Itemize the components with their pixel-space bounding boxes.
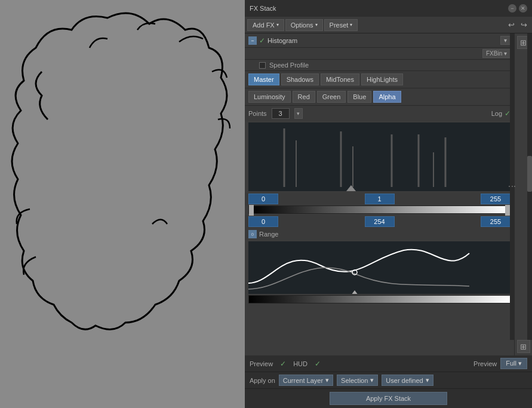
tab-luminosity[interactable]: Luminosity [248, 91, 291, 103]
points-label: Points [248, 110, 267, 117]
current-layer-dropdown[interactable]: Current Layer ▾ [279, 375, 333, 386]
options-button[interactable]: Options ▾ [285, 19, 323, 31]
preview-check-icon: ✓ [280, 360, 286, 368]
fxbin-arrow-icon: ▾ [504, 50, 507, 57]
options-arrow-icon: ▾ [315, 22, 318, 27]
full-arrow-icon: ▾ [518, 360, 522, 367]
output-mid-field[interactable] [365, 216, 395, 227]
preview-right: Preview Full ▾ [473, 358, 527, 369]
preview-row: Preview ✓ HUD ✓ Preview Full ▾ [245, 355, 532, 372]
title-bar: FX Stack − ✕ [245, 0, 532, 17]
toolbar-row: Add FX ▾ Options ▾ Preset ▾ ↩ ↪ [245, 17, 532, 33]
tab-shadows[interactable]: Shadows [281, 73, 319, 85]
canvas-svg [0, 0, 245, 408]
input-gradient-slider[interactable] [248, 205, 511, 214]
bottom-bar: Preview ✓ HUD ✓ Preview Full ▾ Apply on … [245, 355, 532, 408]
fx-panel: FX Stack − ✕ Add FX ▾ Options ▾ Preset ▾… [245, 0, 532, 408]
apply-on-row: Apply on Current Layer ▾ Selection ▾ Use… [245, 372, 532, 389]
close-button[interactable]: ✕ [519, 4, 527, 13]
svg-rect-11 [248, 241, 511, 294]
curve-gradient-bar [248, 295, 511, 303]
add-fx-button[interactable]: Add FX ▾ [247, 19, 284, 31]
preset-button[interactable]: Preset ▾ [324, 19, 358, 31]
canvas-area [0, 0, 245, 408]
log-row: Log ✓ [491, 109, 511, 118]
input-mid-field[interactable] [365, 194, 395, 204]
curve-svg [248, 241, 511, 294]
effect-collapse-button[interactable]: − [248, 36, 257, 45]
add-fx-arrow-icon: ▾ [276, 22, 279, 27]
effect-enabled-icon: ✓ [259, 36, 265, 45]
fxbin-button[interactable]: FXBin ▾ [482, 49, 511, 58]
tab-highlights[interactable]: HighLights [361, 73, 403, 85]
current-layer-arrow-icon: ▾ [325, 376, 329, 384]
hud-label: HUD [293, 360, 307, 367]
output-min-field[interactable] [248, 216, 278, 227]
user-defined-arrow-icon: ▾ [426, 376, 429, 384]
speed-profile-row: Speed Profile [245, 60, 514, 71]
drag-handle-icon: ⋮ [508, 182, 517, 192]
user-defined-dropdown[interactable]: User defined ▾ [382, 375, 433, 386]
input-slider-right-thumb[interactable] [505, 205, 510, 216]
output-max-field[interactable] [481, 216, 511, 227]
effect-options-button[interactable]: ▾ [500, 36, 511, 45]
range-label: Range [259, 231, 278, 238]
curve-area [248, 241, 511, 294]
preview-label: Preview [250, 360, 273, 367]
main-content: − ✓ Histogram ▾ FXBin ▾ Speed Profile [245, 33, 514, 355]
redo-button[interactable]: ↪ [518, 19, 530, 30]
svg-rect-1 [248, 122, 511, 191]
channel-tabs-row1: Master Shadows MidTones HighLights [245, 71, 514, 88]
apply-on-label: Apply on [250, 377, 275, 384]
tab-blue[interactable]: Blue [348, 91, 371, 103]
histogram-svg [248, 122, 511, 191]
histogram-area [248, 122, 511, 191]
input-slider-left-thumb[interactable] [249, 205, 254, 216]
tab-master[interactable]: Master [248, 73, 279, 85]
panel-title: FX Stack [250, 5, 276, 12]
tab-midtones[interactable]: MidTones [321, 73, 359, 85]
drag-handle-area[interactable]: ⋮ [510, 33, 515, 340]
points-input[interactable] [272, 108, 290, 119]
spacer [245, 303, 514, 315]
svg-rect-0 [0, 0, 245, 408]
channel-tabs-row2: Luminosity Red Green Blue Alpha [245, 88, 514, 106]
minimize-button[interactable]: − [508, 4, 516, 13]
apply-fx-row: Apply FX Stack [245, 389, 532, 408]
output-values-row [245, 215, 514, 228]
speed-profile-label: Speed Profile [269, 62, 309, 69]
input-min-field[interactable] [248, 194, 278, 204]
points-spinner-button[interactable]: ▾ [294, 108, 303, 119]
input-values-row [245, 192, 514, 205]
selection-dropdown[interactable]: Selection ▾ [337, 375, 378, 386]
undo-button[interactable]: ↩ [506, 19, 517, 30]
fxbin-row: FXBin ▾ [245, 48, 514, 60]
preset-arrow-icon: ▾ [350, 22, 352, 27]
effect-name-label: Histogram [267, 37, 498, 44]
apply-fx-button[interactable]: Apply FX Stack [330, 392, 447, 405]
side-bottom-button[interactable]: ⊞ [517, 340, 530, 353]
scrollbar-thumb[interactable] [527, 156, 532, 192]
selection-arrow-icon: ▾ [370, 376, 374, 384]
full-button[interactable]: Full ▾ [500, 358, 527, 369]
range-collapse-button[interactable]: ○ [248, 230, 257, 238]
scrollbar[interactable] [527, 33, 532, 340]
points-row: Points ▾ Log ✓ [245, 106, 514, 121]
hud-check-icon: ✓ [315, 360, 321, 368]
effect-header-row: − ✓ Histogram ▾ [245, 33, 514, 48]
preview-right-label: Preview [473, 360, 497, 367]
input-max-field[interactable] [481, 194, 511, 204]
tab-green[interactable]: Green [317, 91, 346, 103]
range-section-row: ○ Range [245, 228, 514, 240]
title-controls: − ✕ [508, 4, 527, 13]
log-label: Log [491, 110, 502, 117]
tab-red[interactable]: Red [293, 91, 315, 103]
tab-alpha[interactable]: Alpha [373, 91, 401, 103]
speed-profile-checkbox[interactable] [259, 62, 266, 69]
